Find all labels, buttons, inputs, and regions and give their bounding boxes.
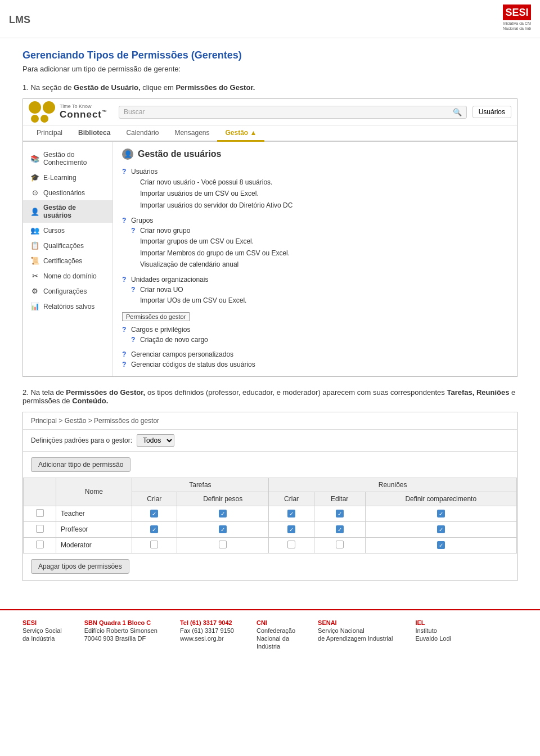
proffesor-t-definir[interactable]: ✓ (177, 521, 269, 537)
moderator-t-criar-check[interactable] (150, 541, 158, 548)
sidebar-item-certificacoes[interactable]: 📜 Certificações (23, 253, 112, 268)
usuarios-heading[interactable]: ? Usuários (122, 166, 508, 177)
proffesor-r-editar-check[interactable]: ✓ (336, 525, 344, 533)
sidebar-item-gestao-usuarios[interactable]: 👤 Gestão de usuários (23, 200, 112, 223)
footer-iel-desc2: Euvaldo Lodi (415, 635, 451, 642)
tab-biblioteca[interactable]: Biblioteca (70, 125, 118, 142)
search-icon[interactable]: 🔍 (453, 108, 462, 116)
usuarios-item-1[interactable]: Criar novo usuário - Você possui 8 usuár… (131, 177, 508, 188)
main-content: Gerenciando Tipos de Permissões (Gerente… (0, 38, 540, 604)
footer-tel-desc1: Fax (61) 3317 9150 (180, 627, 234, 634)
grupos-item-membros[interactable]: Importar Membros do grupo de um CSV ou E… (131, 248, 508, 259)
moderator-r-editar-check[interactable] (336, 541, 344, 548)
footer-address-desc2: 70040 903 Brasília DF (84, 635, 158, 642)
teacher-t-criar[interactable]: ✓ (132, 506, 177, 521)
teacher-t-criar-check[interactable]: ✓ (150, 510, 158, 518)
campos-q-icon: ? (122, 350, 129, 358)
nav-search-bar[interactable]: Buscar 🔍 (119, 106, 467, 119)
th-reunioes-editar: Editar (314, 492, 365, 506)
teacher-r-criar-check[interactable]: ✓ (287, 510, 295, 518)
sidebar-item-relatorios[interactable]: 📊 Relatórios salvos (23, 299, 112, 314)
sidebar-item-configuracoes[interactable]: ⚙ Configurações (23, 284, 112, 299)
footer-col-iel: IEL Instituto Euvaldo Lodi (415, 619, 451, 650)
proffesor-row-checkbox[interactable] (36, 525, 44, 533)
footer-sesi-desc: Serviço Social (22, 627, 62, 634)
perm-add-button[interactable]: Adicionar ttipo de permissão (31, 457, 130, 472)
content-title: 👤 Gestão de usuários (122, 148, 508, 160)
campos-text: Gerenciar campos personalizados (131, 350, 233, 358)
teacher-r-comparecimento[interactable]: ✓ (365, 506, 516, 521)
unidades-heading[interactable]: ? Unidades organizacionais (122, 274, 508, 285)
perm-delete-button[interactable]: Apagar tipos de permissões (31, 559, 129, 574)
usuarios-q-icon: ? (122, 168, 129, 176)
teacher-r-comp-check[interactable]: ✓ (437, 510, 445, 518)
moderator-row-checkbox[interactable] (36, 541, 44, 548)
grupos-item-criar[interactable]: ? Criar novo grupo (131, 226, 508, 236)
footer-sesi-desc2: da Indústria (22, 635, 62, 642)
tab-principal[interactable]: Principal (29, 125, 70, 142)
proffesor-r-comp-check[interactable]: ✓ (437, 525, 445, 533)
grupos-item-calendario[interactable]: Visualização de calendário anual (131, 259, 508, 270)
tab-mensagens[interactable]: Mensagens (166, 125, 217, 142)
usuarios-item-3[interactable]: Importar usuários do servidor do Diretór… (131, 200, 508, 211)
proffesor-r-criar-check[interactable]: ✓ (287, 525, 295, 533)
cargos-heading[interactable]: ? Cargos e privilégios (122, 325, 508, 335)
permissoes-highlight[interactable]: Permissões do gestor (122, 312, 190, 321)
usuarios-item-2[interactable]: Importar usuários de um CSV ou Excel. (131, 188, 508, 199)
moderator-r-editar[interactable] (314, 537, 365, 553)
footer-iel-org: IEL (415, 619, 451, 626)
sidebar-item-conhecimento[interactable]: 📚 Gestão do Conhecimento (23, 147, 112, 170)
teacher-t-definir[interactable]: ✓ (177, 506, 269, 521)
moderator-t-definir[interactable] (177, 537, 269, 553)
sidebar-item-qualificacoes[interactable]: 📋 Qualificações (23, 238, 112, 253)
teacher-t-definir-check[interactable]: ✓ (219, 510, 227, 518)
usuarios-button[interactable]: Usuários (472, 106, 511, 118)
moderator-r-criar-check[interactable] (287, 541, 295, 548)
grupos-heading[interactable]: ? Grupos (122, 215, 508, 226)
footer: SESI Serviço Social da Indústria SBN Qua… (0, 609, 540, 659)
usuarios-heading-text: Usuários (131, 168, 158, 176)
questionarios-icon: ⊙ (30, 188, 40, 197)
proffesor-r-comparecimento[interactable]: ✓ (365, 521, 516, 537)
grupos-items: ? Criar novo grupo Importar grupos de um… (122, 226, 508, 270)
campos-item[interactable]: ? Gerenciar campos personalizados (122, 349, 508, 359)
sidebar-item-dominio[interactable]: ✂ Nome do domínio (23, 268, 112, 284)
proffesor-r-criar[interactable]: ✓ (269, 521, 314, 537)
teacher-r-criar[interactable]: ✓ (269, 506, 314, 521)
proffesor-r-editar[interactable]: ✓ (314, 521, 365, 537)
unidades-item-criar[interactable]: ? Criar nova UO (131, 285, 508, 295)
proffesor-checkbox-select[interactable] (24, 521, 56, 537)
teacher-r-editar-check[interactable]: ✓ (336, 510, 344, 518)
footer-cni-desc3: Indústria (256, 643, 295, 650)
moderator-r-comparecimento[interactable]: ✓ (365, 537, 516, 553)
certificacoes-icon: 📜 (30, 256, 40, 265)
footer-address-org: SBN Quadra 1 Bloco C (84, 619, 158, 626)
codigos-item[interactable]: ? Gerenciar códigos de status dos usuári… (122, 359, 508, 370)
sidebar-item-questionarios[interactable]: ⊙ Questionários (23, 185, 112, 200)
footer-col-senai: SENAI Serviço Nacional de Aprendizagem I… (318, 619, 393, 650)
cargos-item-criar[interactable]: ? Criação de novo cargo (131, 335, 508, 345)
perm-defaults-select[interactable]: Todos (137, 434, 174, 447)
teacher-checkbox-select[interactable] (24, 506, 56, 521)
proffesor-t-criar[interactable]: ✓ (132, 521, 177, 537)
cargos-q-icon: ? (122, 326, 129, 334)
proffesor-t-definir-check[interactable]: ✓ (219, 525, 227, 533)
tab-gestao[interactable]: Gestão ▲ (217, 125, 264, 142)
moderator-checkbox-select[interactable] (24, 537, 56, 553)
sidebar-item-cursos[interactable]: 👥 Cursos (23, 223, 112, 238)
sesi-logo: SESI Iniciativa da CNI - Confederação Na… (458, 4, 531, 35)
moderator-t-criar[interactable] (132, 537, 177, 553)
unidades-criar-icon: ? (131, 286, 138, 294)
moderator-t-definir-check[interactable] (219, 541, 227, 548)
footer-tel-desc2: www.sesi.org.br (180, 635, 234, 642)
proffesor-t-criar-check[interactable]: ✓ (150, 525, 158, 533)
footer-address-desc1: Edifício Roberto Simonsen (84, 627, 158, 634)
teacher-r-editar[interactable]: ✓ (314, 506, 365, 521)
teacher-row-checkbox[interactable] (36, 509, 44, 517)
unidades-item-csv[interactable]: Importar UOs de um CSV ou Excel. (131, 295, 508, 306)
tab-calendario[interactable]: Calendário (118, 125, 166, 142)
grupos-item-csv[interactable]: Importar grupos de um CSV ou Excel. (131, 236, 508, 247)
moderator-r-comp-check[interactable]: ✓ (437, 541, 445, 549)
moderator-r-criar[interactable] (269, 537, 314, 553)
sidebar-item-elearning[interactable]: 🎓 E-Learning (23, 170, 112, 185)
